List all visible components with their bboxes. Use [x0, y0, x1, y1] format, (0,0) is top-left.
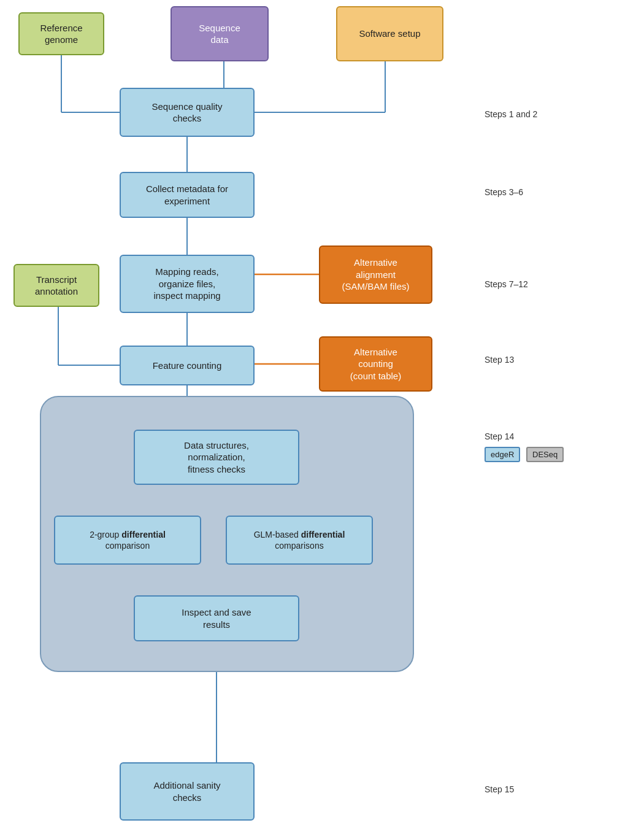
two-group-box: 2-group differentialcomparison: [54, 516, 201, 565]
glm-based-box: GLM-based differentialcomparisons: [226, 516, 373, 565]
step-label-3-6: Steps 3–6: [485, 187, 523, 197]
inspect-save-label: Inspect and saveresults: [182, 606, 251, 630]
sequence-data-box: Sequence data: [171, 6, 269, 61]
diagram-container: Reference genome Sequence data Software …: [0, 0, 644, 839]
additional-sanity-label: Additional sanitychecks: [153, 779, 220, 803]
mapping-reads-box: Mapping reads,organize files,inspect map…: [120, 255, 255, 313]
step-label-14: Step 14: [485, 431, 514, 441]
inspect-save-box: Inspect and saveresults: [134, 595, 299, 641]
deseq-legend: DESeq: [526, 447, 564, 462]
alt-alignment-box: Alternativealignment(SAM/BAM files): [319, 246, 432, 304]
deseq-label: DESeq: [532, 450, 558, 459]
data-structures-box: Data structures,normalization,fitness ch…: [134, 430, 299, 485]
collect-metadata-label: Collect metadata forexperiment: [146, 183, 228, 207]
step-label-15: Step 15: [485, 784, 514, 794]
feature-counting-label: Feature counting: [153, 360, 222, 372]
reference-genome-box: Reference genome: [18, 12, 104, 55]
data-structures-label: Data structures,normalization,fitness ch…: [184, 439, 249, 476]
software-setup-label: Software setup: [359, 28, 420, 40]
two-group-label: 2-group differentialcomparison: [90, 529, 166, 551]
collect-metadata-box: Collect metadata forexperiment: [120, 172, 255, 218]
sequence-quality-box: Sequence qualitychecks: [120, 88, 255, 137]
alt-counting-label: Alternativecounting(count table): [350, 346, 401, 382]
sequence-quality-label: Sequence qualitychecks: [151, 101, 222, 125]
edger-label: edgeR: [491, 450, 514, 459]
mapping-reads-label: Mapping reads,organize files,inspect map…: [153, 266, 220, 302]
step-label-7-12: Steps 7–12: [485, 279, 528, 289]
additional-sanity-box: Additional sanitychecks: [120, 762, 255, 821]
reference-genome-label: Reference genome: [40, 22, 82, 46]
software-setup-box: Software setup: [336, 6, 443, 61]
transcript-annotation-box: Transcriptannotation: [13, 264, 99, 307]
alt-alignment-label: Alternativealignment(SAM/BAM files): [342, 257, 409, 293]
glm-based-label: GLM-based differentialcomparisons: [254, 529, 345, 551]
sequence-data-label: Sequence data: [199, 22, 240, 46]
step-label-1-2: Steps 1 and 2: [485, 109, 537, 119]
edger-legend: edgeR: [485, 447, 520, 462]
alt-counting-box: Alternativecounting(count table): [319, 336, 432, 392]
transcript-annotation-label: Transcriptannotation: [35, 274, 78, 298]
feature-counting-box: Feature counting: [120, 346, 255, 385]
step-label-13: Step 13: [485, 355, 514, 365]
